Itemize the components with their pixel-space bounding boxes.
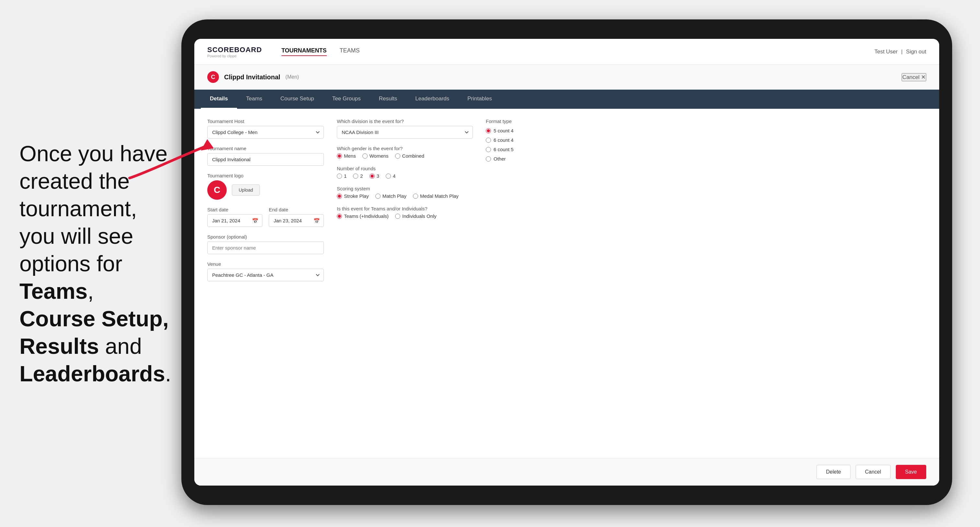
rounds-radio-group: 1 2 3 4 [337, 173, 473, 179]
scoring-medal-radio[interactable] [413, 194, 418, 199]
gender-combined-label: Combined [402, 153, 424, 159]
format-type-section: Format type 5 count 4 6 count 4 6 count … [486, 119, 596, 162]
tournament-title: C Clippd Invitational (Men) [207, 71, 299, 83]
user-area: Test User | Sign out [874, 49, 926, 55]
date-row: Start date 📅 End date 📅 [207, 207, 324, 227]
scoring-label: Scoring system [337, 186, 473, 191]
venue-group: Venue Peachtree GC - Atlanta - GA [207, 261, 324, 281]
tab-bar: Details Teams Course Setup Tee Groups Re… [194, 90, 939, 109]
gender-mens-radio[interactable] [337, 154, 342, 159]
format-6count4-radio[interactable] [486, 138, 491, 143]
sponsor-label: Sponsor (optional) [207, 234, 324, 240]
cancel-tournament-button[interactable]: Cancel ✕ [902, 73, 926, 81]
format-6count5-radio[interactable] [486, 147, 491, 152]
tab-printables[interactable]: Printables [458, 90, 501, 109]
rounds-1-label: 1 [344, 173, 347, 179]
rounds-3-label: 3 [377, 173, 379, 179]
format-type-title: Format type [486, 119, 596, 124]
rounds-3-item[interactable]: 3 [369, 173, 379, 179]
format-5count4-radio[interactable] [486, 128, 491, 133]
nav-tournaments[interactable]: TOURNAMENTS [282, 47, 327, 56]
logo-text: SCOREBOARD [207, 46, 262, 54]
venue-select[interactable]: Peachtree GC - Atlanta - GA [207, 269, 324, 281]
format-other-item[interactable]: Other [486, 156, 596, 162]
scoring-match-label: Match Play [382, 193, 406, 199]
division-select[interactable]: NCAA Division III [337, 126, 473, 138]
scoring-stroke-radio[interactable] [337, 194, 342, 199]
tab-course-setup[interactable]: Course Setup [271, 90, 323, 109]
tab-leaderboards[interactable]: Leaderboards [406, 90, 458, 109]
logo-sub: Powered by clippd [207, 54, 262, 58]
tab-results[interactable]: Results [370, 90, 406, 109]
event-type-teams-item[interactable]: Teams (+Individuals) [337, 213, 389, 219]
event-type-label: Is this event for Teams and/or Individua… [337, 206, 473, 211]
user-name: Test User [874, 49, 898, 55]
tournament-logo-group: Tournament logo C Upload [207, 173, 324, 200]
scoring-stroke-label: Stroke Play [344, 193, 369, 199]
gender-combined-radio[interactable] [395, 154, 400, 159]
tab-details[interactable]: Details [201, 90, 237, 109]
rounds-4-label: 4 [393, 173, 395, 179]
form-area: Tournament Host Clippd College - Men Tou… [194, 109, 939, 458]
logo-preview: C [207, 180, 227, 200]
division-label: Which division is the event for? [337, 119, 473, 124]
scoring-stroke-item[interactable]: Stroke Play [337, 193, 369, 199]
tournament-name-label: Tournament name [207, 146, 324, 151]
sign-out-link[interactable]: Sign out [906, 49, 926, 55]
instruction-bold3: Results [19, 334, 99, 358]
start-date-group: Start date 📅 [207, 207, 262, 227]
sponsor-input[interactable] [207, 241, 324, 254]
rounds-1-radio[interactable] [337, 173, 342, 179]
delete-button[interactable]: Delete [816, 465, 850, 479]
format-other-label: Other [493, 156, 506, 162]
scoring-match-radio[interactable] [375, 194, 380, 199]
end-date-wrapper: 📅 [269, 214, 324, 227]
gender-womens-radio[interactable] [363, 154, 368, 159]
nav-teams[interactable]: TEAMS [340, 47, 360, 56]
save-button[interactable]: Save [896, 465, 926, 479]
event-type-individuals-item[interactable]: Individuals Only [395, 213, 437, 219]
gender-mens-item[interactable]: Mens [337, 153, 356, 159]
tournament-host-select[interactable]: Clippd College - Men [207, 126, 324, 138]
scoring-match-item[interactable]: Match Play [375, 193, 406, 199]
event-type-radio-group: Teams (+Individuals) Individuals Only [337, 213, 473, 219]
calendar-icon-end: 📅 [313, 217, 320, 224]
tournament-header: C Clippd Invitational (Men) Cancel ✕ [194, 65, 939, 90]
logo-area: SCOREBOARD Powered by clippd [207, 46, 262, 58]
gender-radio-group: Mens Womens Combined [337, 153, 473, 159]
tournament-logo-label: Tournament logo [207, 173, 324, 178]
scoring-medal-item[interactable]: Medal Match Play [413, 193, 458, 199]
gender-womens-item[interactable]: Womens [363, 153, 389, 159]
tab-tee-groups[interactable]: Tee Groups [323, 90, 370, 109]
form-middle-column: Which division is the event for? NCAA Di… [337, 119, 473, 448]
rounds-1-item[interactable]: 1 [337, 173, 347, 179]
end-date-label: End date [269, 207, 324, 212]
format-6count4-item[interactable]: 6 count 4 [486, 137, 596, 143]
cancel-button[interactable]: Cancel [856, 465, 891, 479]
gender-combined-item[interactable]: Combined [395, 153, 424, 159]
form-right-column: Format type 5 count 4 6 count 4 6 count … [486, 119, 596, 448]
format-other-radio[interactable] [486, 156, 491, 162]
tournament-name-label: Clippd Invitational [224, 73, 280, 81]
format-6count5-item[interactable]: 6 count 5 [486, 147, 596, 152]
tablet-screen: SCOREBOARD Powered by clippd TOURNAMENTS… [194, 39, 939, 486]
event-type-individuals-radio[interactable] [395, 214, 400, 219]
start-date-label: Start date [207, 207, 262, 212]
format-5count4-item[interactable]: 5 count 4 [486, 128, 596, 133]
separator: | [901, 49, 902, 55]
gender-label: Which gender is the event for? [337, 146, 473, 151]
tab-teams[interactable]: Teams [237, 90, 271, 109]
rounds-4-radio[interactable] [386, 173, 391, 179]
rounds-2-item[interactable]: 2 [353, 173, 363, 179]
sponsor-group: Sponsor (optional) [207, 234, 324, 254]
rounds-4-item[interactable]: 4 [386, 173, 395, 179]
instruction-bold4: Leaderboards [19, 361, 165, 386]
rounds-2-label: 2 [360, 173, 363, 179]
tournament-name-input[interactable] [207, 153, 324, 166]
event-type-teams-radio[interactable] [337, 214, 342, 219]
rounds-3-radio[interactable] [369, 173, 375, 179]
rounds-2-radio[interactable] [353, 173, 358, 179]
upload-button[interactable]: Upload [232, 184, 260, 195]
start-date-wrapper: 📅 [207, 214, 262, 227]
tournament-icon: C [207, 71, 219, 83]
